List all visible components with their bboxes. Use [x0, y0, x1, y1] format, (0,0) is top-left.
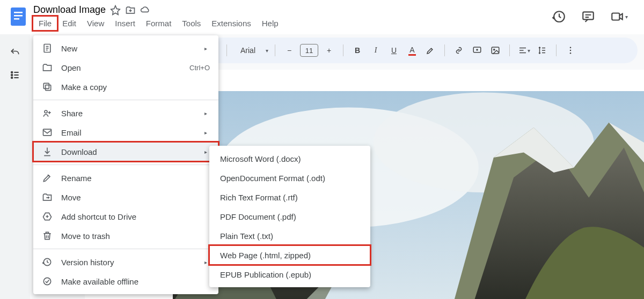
download-epub[interactable]: EPUB Publication (.epub): [209, 265, 370, 284]
align-button[interactable]: ▾: [516, 42, 531, 58]
download-rtf[interactable]: Rich Text Format (.rtf): [209, 188, 370, 207]
increase-font-button[interactable]: +: [321, 42, 336, 58]
file-menu-shortcut[interactable]: Add shortcut to Drive: [33, 207, 218, 226]
submenu-arrow-icon: ▸: [204, 46, 210, 51]
file-menu-copy[interactable]: Make a copy: [33, 77, 218, 96]
file-menu-email[interactable]: Email ▸: [33, 123, 218, 142]
svg-point-34: [45, 110, 47, 113]
outline-icon[interactable]: [10, 70, 20, 80]
submenu-arrow-icon: ▸: [204, 130, 210, 136]
download-html[interactable]: Web Page (.html, zipped): [209, 245, 370, 265]
svg-rect-33: [43, 83, 49, 88]
menu-tools[interactable]: Tools: [177, 17, 206, 30]
svg-point-39: [43, 278, 50, 285]
menu-file[interactable]: File: [33, 17, 57, 30]
svg-point-22: [570, 50, 572, 51]
svg-point-14: [494, 49, 495, 50]
new-doc-icon: [42, 43, 53, 54]
share-icon: [42, 108, 53, 118]
insert-link-button[interactable]: [451, 42, 466, 58]
decrease-font-button[interactable]: −: [282, 42, 297, 58]
file-menu: New ▸ Open Ctrl+O Make a copy Share ▸ Em…: [33, 35, 218, 294]
file-menu-trash[interactable]: Move to trash: [33, 226, 218, 245]
star-icon[interactable]: [110, 5, 121, 16]
history-icon: [42, 257, 53, 267]
svg-rect-32: [46, 85, 51, 91]
move-folder-icon: [42, 192, 53, 203]
file-menu-open[interactable]: Open Ctrl+O: [33, 58, 218, 77]
svg-rect-1: [14, 12, 23, 13]
svg-rect-4: [583, 12, 594, 19]
download-icon: [42, 146, 53, 157]
comment-icon[interactable]: [581, 10, 595, 24]
copy-icon: [42, 81, 53, 92]
docs-logo[interactable]: [8, 5, 29, 27]
file-menu-share[interactable]: Share ▸: [33, 103, 218, 123]
menu-help[interactable]: Help: [257, 17, 284, 30]
undo-icon[interactable]: [10, 47, 20, 58]
drive-shortcut-icon: [42, 211, 53, 222]
offline-icon: [42, 276, 53, 287]
history-icon[interactable]: [552, 10, 566, 24]
svg-point-8: [11, 77, 13, 79]
download-odt[interactable]: OpenDocument Format (.odt): [209, 168, 370, 188]
folder-icon: [42, 62, 53, 73]
cloud-status-icon[interactable]: [140, 5, 151, 16]
download-submenu: Microsoft Word (.docx) OpenDocument Form…: [209, 146, 370, 287]
file-menu-rename[interactable]: Rename: [33, 168, 218, 188]
svg-rect-0: [11, 8, 26, 26]
download-txt[interactable]: Plain Text (.txt): [209, 226, 370, 245]
more-tools-button[interactable]: [563, 42, 578, 58]
menubar: File Edit View Insert Format Tools Exten…: [33, 17, 552, 30]
left-rail: [0, 34, 30, 299]
submenu-arrow-icon: ▸: [204, 110, 210, 116]
svg-rect-5: [612, 13, 619, 20]
bold-button[interactable]: B: [350, 42, 365, 58]
add-comment-button[interactable]: [470, 42, 485, 58]
file-menu-move[interactable]: Move: [33, 188, 218, 207]
file-menu-new[interactable]: New ▸: [33, 39, 218, 58]
file-menu-offline[interactable]: Make available offline: [33, 272, 218, 291]
menu-view[interactable]: View: [82, 17, 109, 30]
font-selector[interactable]: Arial: [233, 42, 262, 58]
menu-extensions[interactable]: Extensions: [206, 17, 256, 30]
svg-point-23: [570, 53, 572, 54]
chevron-down-icon: ▾: [266, 48, 268, 54]
svg-rect-13: [492, 47, 499, 54]
font-size-input[interactable]: 11: [300, 44, 318, 57]
svg-point-21: [570, 47, 572, 48]
chevron-down-icon: ▾: [625, 14, 628, 20]
svg-point-7: [11, 74, 13, 76]
svg-rect-3: [14, 18, 19, 20]
insert-image-button[interactable]: [488, 42, 503, 58]
move-icon[interactable]: [125, 5, 136, 16]
download-docx[interactable]: Microsoft Word (.docx): [209, 149, 370, 168]
svg-rect-2: [14, 15, 23, 17]
trash-icon: [42, 230, 53, 241]
file-menu-version[interactable]: Version history ▸: [33, 252, 218, 272]
download-pdf[interactable]: PDF Document (.pdf): [209, 207, 370, 226]
highlight-color-button[interactable]: [423, 42, 438, 58]
svg-rect-35: [43, 129, 52, 136]
app-header: Download Image File Edit View Insert For…: [0, 0, 644, 34]
rename-icon: [42, 173, 53, 183]
line-spacing-button[interactable]: [535, 42, 550, 58]
underline-button[interactable]: U: [386, 42, 401, 58]
doc-title[interactable]: Download Image: [33, 4, 106, 16]
meet-button[interactable]: ▾: [610, 10, 628, 24]
svg-point-6: [11, 72, 13, 73]
menu-format[interactable]: Format: [141, 17, 177, 30]
file-menu-download[interactable]: Download ▸: [33, 142, 218, 161]
italic-button[interactable]: I: [368, 42, 383, 58]
text-color-button[interactable]: A: [405, 42, 420, 58]
menu-insert[interactable]: Insert: [109, 17, 141, 30]
menu-edit[interactable]: Edit: [57, 17, 82, 30]
email-icon: [42, 127, 53, 138]
header-actions: ▾: [552, 0, 644, 24]
